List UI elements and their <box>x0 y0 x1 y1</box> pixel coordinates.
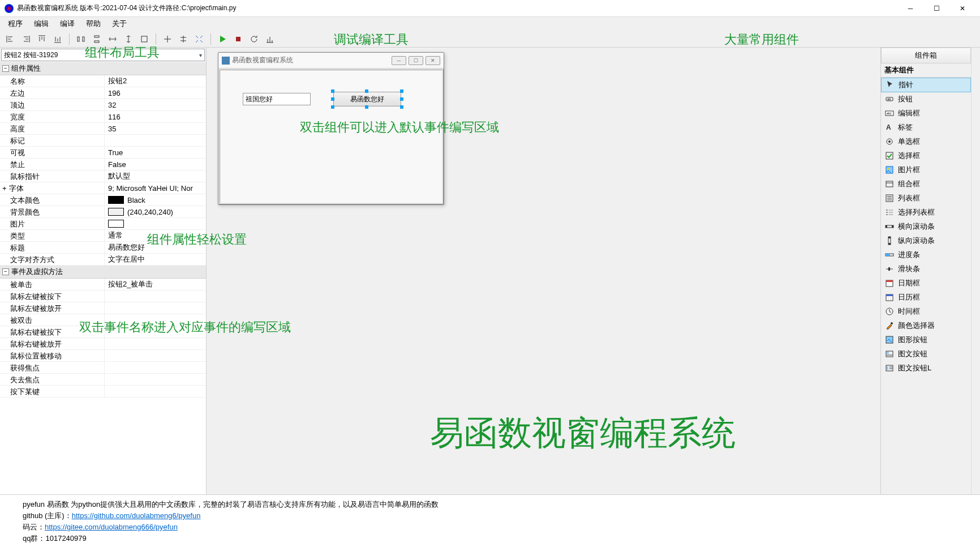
component-item-列表框[interactable]: 列表框 <box>881 191 971 206</box>
property-value[interactable] <box>105 135 206 146</box>
design-button[interactable]: 易函数您好 <box>333 92 401 106</box>
component-item-横向滚动条[interactable]: 横向滚动条 <box>881 220 971 234</box>
github-link[interactable]: https://github.com/duolabmeng6/pyefun <box>72 511 201 520</box>
align-bottom-icon[interactable] <box>50 32 65 46</box>
design-window-titlebar[interactable]: 易函数视窗编程系统 ─ ☐ ✕ <box>218 53 444 69</box>
component-item-组合框[interactable]: 组合框 <box>881 177 971 191</box>
component-selector[interactable]: 按钮2 按钮-31929 <box>1 49 205 61</box>
property-value[interactable]: True <box>105 147 206 158</box>
component-item-按钮[interactable]: ab按钮 <box>881 92 971 106</box>
property-value[interactable]: 默认型 <box>105 170 206 182</box>
close-button[interactable]: ✕ <box>949 0 975 17</box>
selection-handle[interactable] <box>365 105 368 109</box>
component-item-图文按钮[interactable]: 图文按钮 <box>881 347 971 361</box>
event-row[interactable]: 被单击按钮2_被单击 <box>0 279 206 291</box>
event-value[interactable] <box>105 386 206 397</box>
event-value[interactable] <box>105 302 206 314</box>
dist-h-icon[interactable] <box>74 32 88 46</box>
prop-category-component[interactable]: −组件属性 <box>0 62 206 75</box>
event-value[interactable] <box>105 314 206 326</box>
component-item-选择框[interactable]: 选择框 <box>881 149 971 163</box>
property-value[interactable]: Black <box>105 194 206 206</box>
property-row[interactable]: 顶边32 <box>0 99 206 111</box>
property-row[interactable]: 禁止False <box>0 159 206 170</box>
same-height-icon[interactable] <box>121 32 136 46</box>
design-window[interactable]: 易函数视窗编程系统 ─ ☐ ✕ 易函数您好 <box>218 52 444 205</box>
event-row[interactable]: 被双击 <box>0 314 206 326</box>
property-value[interactable]: False <box>105 159 206 170</box>
property-value[interactable] <box>105 218 206 229</box>
align-top-icon[interactable] <box>35 32 49 46</box>
event-value[interactable]: 按钮2_被单击 <box>105 279 206 290</box>
property-row[interactable]: 类型通常 <box>0 230 206 242</box>
property-grid[interactable]: −组件属性 名称按钮2左边196顶边32宽度116高度35标记可视True禁止F… <box>0 62 206 494</box>
property-row[interactable]: 文本颜色Black <box>0 194 206 206</box>
selection-handle[interactable] <box>331 105 334 109</box>
event-value[interactable] <box>105 338 206 349</box>
same-width-icon[interactable] <box>105 32 120 46</box>
component-item-图形按钮[interactable]: 图形按钮 <box>881 333 971 347</box>
property-value[interactable]: 9; Microsoft YaHei UI; Nor <box>105 182 206 194</box>
property-row[interactable]: 可视True <box>0 147 206 159</box>
design-canvas[interactable]: 易函数视窗编程系统 ─ ☐ ✕ 易函数您好 <box>207 48 880 494</box>
component-item-编辑框[interactable]: ab|编辑框 <box>881 106 971 121</box>
component-item-选择列表框[interactable]: 选择列表框 <box>881 206 971 220</box>
property-value[interactable]: 按钮2 <box>105 75 206 87</box>
component-item-日期框[interactable]: 日期框 <box>881 276 971 291</box>
align-left-icon[interactable] <box>3 32 18 46</box>
event-row[interactable]: 按下某键 <box>0 386 206 398</box>
selection-handle[interactable] <box>400 105 403 109</box>
prop-category-events[interactable]: −事件及虚拟方法 <box>0 266 206 279</box>
property-value[interactable]: 35 <box>105 123 206 134</box>
property-row[interactable]: 背景颜色(240,240,240) <box>0 206 206 218</box>
right-scrollbar[interactable] <box>971 48 980 494</box>
component-item-进度条[interactable]: 进度条 <box>881 248 971 262</box>
property-row[interactable]: 高度35 <box>0 123 206 135</box>
selection-handle[interactable] <box>331 89 334 93</box>
event-value[interactable] <box>105 291 206 302</box>
event-row[interactable]: 失去焦点 <box>0 374 206 386</box>
property-value[interactable]: 196 <box>105 87 206 99</box>
design-window-body[interactable]: 易函数您好 <box>218 69 444 204</box>
property-row[interactable]: 宽度116 <box>0 111 206 123</box>
component-item-颜色选择器[interactable]: 颜色选择器 <box>881 319 971 333</box>
event-row[interactable]: 鼠标左键被放开 <box>0 302 206 314</box>
component-category[interactable]: 基本组件 <box>881 63 971 78</box>
property-value[interactable]: 易函数您好 <box>105 242 206 253</box>
menu-compile[interactable]: 编译 <box>54 18 80 30</box>
refresh-icon[interactable] <box>247 32 261 46</box>
component-item-图片框[interactable]: 图片框 <box>881 163 971 177</box>
minimize-button[interactable]: ─ <box>897 0 923 17</box>
center-v-icon[interactable] <box>176 32 191 46</box>
menu-about[interactable]: 关于 <box>106 18 132 30</box>
menu-help[interactable]: 帮助 <box>80 18 106 30</box>
event-row[interactable]: 鼠标右键被按下 <box>0 326 206 338</box>
property-value[interactable]: 116 <box>105 111 206 122</box>
event-row[interactable]: 鼠标位置被移动 <box>0 350 206 362</box>
component-item-日历框[interactable]: 日历框 <box>881 291 971 305</box>
event-value[interactable] <box>105 362 206 373</box>
menu-program[interactable]: 程序 <box>2 18 28 30</box>
chart-icon[interactable] <box>263 32 277 46</box>
property-row[interactable]: 标记 <box>0 135 206 147</box>
center-h-icon[interactable] <box>160 32 175 46</box>
selection-handle[interactable] <box>400 97 403 101</box>
component-item-滑块条[interactable]: 滑块条 <box>881 262 971 276</box>
menu-edit[interactable]: 编辑 <box>28 18 54 30</box>
component-item-指针[interactable]: 指针 <box>881 78 971 92</box>
component-list[interactable]: 指针ab按钮ab|编辑框A标签单选框选择框图片框组合框列表框选择列表框横向滚动条… <box>881 78 971 494</box>
gitee-link[interactable]: https://gitee.com/duolabmeng666/pyefun <box>45 523 178 531</box>
property-row[interactable]: 左边196 <box>0 87 206 99</box>
selection-handle[interactable] <box>331 97 334 101</box>
property-value[interactable]: 文字在居中 <box>105 254 206 265</box>
component-item-标签[interactable]: A标签 <box>881 121 971 135</box>
dw-close-icon[interactable]: ✕ <box>425 56 440 65</box>
selection-handle[interactable] <box>400 89 403 93</box>
event-value[interactable] <box>105 350 206 361</box>
event-row[interactable]: 获得焦点 <box>0 362 206 374</box>
align-right-icon[interactable] <box>19 32 33 46</box>
property-value[interactable]: (240,240,240) <box>105 206 206 217</box>
component-item-单选框[interactable]: 单选框 <box>881 135 971 149</box>
event-row[interactable]: 鼠标右键被放开 <box>0 338 206 350</box>
property-row[interactable]: 文字对齐方式文字在居中 <box>0 254 206 266</box>
